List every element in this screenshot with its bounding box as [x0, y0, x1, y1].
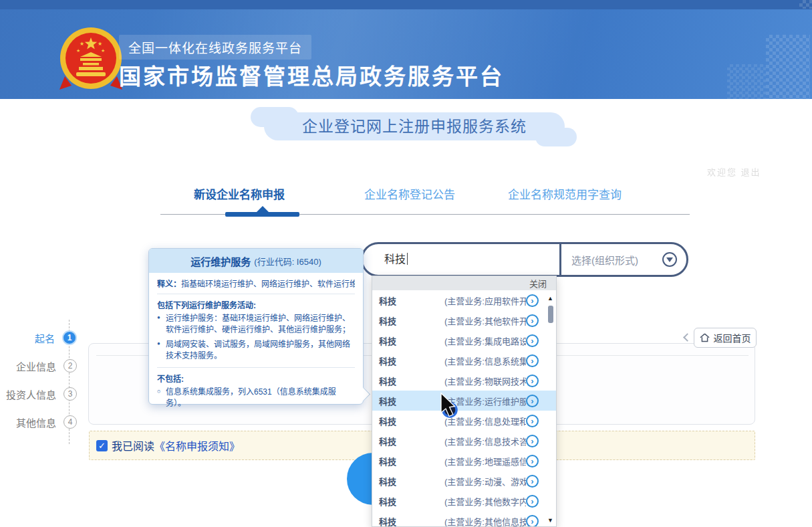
agree-checkbox[interactable]: ✓ — [96, 440, 108, 451]
site-header: ★ ★ ★ ★ 全国一体化在线政务服务平台 国家市场监督管理总局政务服务平台 — [0, 0, 812, 99]
arrow-right-circle-icon[interactable]: › — [526, 495, 539, 508]
tooltip-include-item: 运行维护服务：基础环境运行维护、网络运行维护、软件运行维护、硬件运行维护、其他运… — [157, 313, 355, 336]
suggestion-name: 科技 — [379, 375, 444, 387]
suggestion-item[interactable]: 科技 (主营业务:地理遥感信... › — [372, 451, 556, 471]
step-label: 起名 — [35, 331, 55, 345]
tooltip-excludes-heading: 不包括: — [157, 373, 355, 384]
suggestion-item[interactable]: 科技 (主营业务:应用软件开... › — [372, 290, 556, 310]
suggestion-business-desc: (主营业务:信息系统集... — [444, 354, 526, 367]
site-title: 国家市场监督管理总局政务服务平台 — [119, 59, 504, 91]
arrow-right-circle-icon[interactable]: › — [526, 415, 539, 427]
suggestion-name: 科技 — [379, 435, 444, 447]
step-item[interactable]: 投资人信息 3 — [0, 380, 77, 408]
suggestion-business-desc: (主营业务:其他信息技... — [444, 515, 526, 527]
suggestion-name: 科技 — [379, 354, 444, 367]
arrow-right-circle-icon[interactable]: › — [526, 314, 539, 327]
step-number-badge: 3 — [63, 387, 77, 401]
org-form-select[interactable]: 选择(组织形式) — [563, 244, 686, 275]
arrow-right-circle-icon[interactable]: › — [526, 435, 539, 447]
tooltip-title: 运行维护服务 — [190, 254, 251, 268]
app-window: ★ ★ ★ ★ 全国一体化在线政务服务平台 国家市场监督管理总局政务服务平台 企… — [0, 0, 812, 527]
suggestion-name: 科技 — [379, 455, 444, 467]
svg-text:★: ★ — [76, 48, 80, 53]
back-home-button[interactable]: 返回首页 — [694, 328, 757, 348]
arrow-right-circle-icon[interactable]: › — [526, 375, 539, 387]
step-number-badge: 1 — [62, 330, 77, 345]
platform-tag: 全国一体化在线政务服务平台 — [119, 35, 311, 60]
name-declare-notice-link[interactable]: 《名称申报须知》 — [154, 437, 240, 453]
field-separator — [559, 244, 561, 275]
tab-name-standard-char-query[interactable]: 企业名称规范用字查询 — [508, 185, 622, 202]
suggestion-item[interactable]: 科技 (主营业务:信息技术咨... › — [372, 431, 556, 451]
step-label: 企业信息 — [16, 359, 56, 373]
suggestion-item[interactable]: 科技 (主营业务:动漫、游戏... › — [372, 471, 556, 491]
org-form-placeholder: 选择(组织形式) — [571, 253, 638, 267]
tooltip-include-item: 局域网安装、调试服务，局域网维护服务，其他网络技术支持服务。 — [157, 339, 355, 362]
tooltip-excludes-list: 信息系统集成服务，列入6531（信息系统集成服务）。 — [157, 387, 355, 410]
tab-new-enterprise-name-declare[interactable]: 新设企业名称申报 — [194, 185, 285, 202]
suggestion-item[interactable]: 科技 (主营业务:其他软件开... › — [372, 310, 556, 330]
suggestion-name: 科技 — [379, 294, 444, 307]
back-home-label: 返回首页 — [714, 331, 751, 344]
agree-label: 我已阅读 — [112, 437, 154, 453]
suggestion-item[interactable]: 科技 (主营业务:信息处理和... › — [372, 411, 556, 431]
arrow-right-circle-icon[interactable]: › — [526, 455, 539, 467]
step-item[interactable]: 起名 1 — [0, 324, 77, 352]
dropdown-close-button[interactable]: 关闭 — [529, 277, 547, 290]
step-item[interactable]: 其他信息 4 — [0, 408, 77, 436]
suggestion-business-desc: (主营业务:集成电路设... — [444, 334, 526, 347]
suggestion-business-desc: (主营业务:其他数字内... — [444, 495, 526, 508]
tooltip-industry-code: (行业代码: I6540) — [254, 255, 321, 268]
text-caret — [407, 253, 408, 265]
active-tab-arrow — [257, 206, 269, 212]
suggestion-item[interactable]: 科技 (主营业务:运行维护服... › — [372, 391, 556, 411]
industry-suggestion-dropdown: 关闭 科技 (主营业务:应用软件开... › 科技 (主营业务:其他软件开...… — [372, 276, 557, 527]
dropdown-header: 关闭 — [372, 276, 556, 290]
tooltip-includes-heading: 包括下列运行维护服务活动: — [157, 299, 355, 310]
pixel-pattern-decoration — [799, 0, 812, 9]
svg-text:★: ★ — [101, 48, 105, 53]
arrow-right-circle-icon[interactable]: › — [526, 334, 539, 347]
steps-nav: 起名 1 企业信息 2 投资人信息 3 其他信息 4 — [0, 324, 77, 436]
tooltip-definition: 释义：指基础环境运行维护、网络运行维护、软件运行维... — [157, 278, 355, 289]
tooltip-header: 运行维护服务 (行业代码: I6540) — [149, 249, 363, 273]
suggestion-business-desc: (主营业务:物联网技术... — [444, 375, 526, 387]
scroll-up-icon[interactable]: ▲ — [547, 295, 553, 302]
suggestion-item[interactable]: 科技 (主营业务:物联网技术... › — [372, 371, 556, 391]
suggestion-business-desc: (主营业务:信息技术咨... — [444, 435, 526, 447]
scroll-down-icon[interactable]: ▼ — [547, 517, 553, 524]
tab-name-registration-notice[interactable]: 企业名称登记公告 — [364, 185, 455, 202]
tooltip-includes-list: 运行维护服务：基础环境运行维护、网络运行维护、软件运行维护、硬件运行维护、其他运… — [157, 313, 355, 362]
suggestion-name: 科技 — [379, 515, 444, 527]
suggestion-business-desc: (主营业务:地理遥感信... — [444, 455, 526, 467]
industry-tooltip: 运行维护服务 (行业代码: I6540) 释义：指基础环境运行维护、网络运行维护… — [148, 248, 364, 405]
suggestion-business-desc: (主营业务:动漫、游戏... — [444, 475, 526, 488]
suggestion-item[interactable]: 科技 (主营业务:信息系统集... › — [372, 350, 556, 371]
arrow-right-circle-icon[interactable]: › — [526, 475, 539, 488]
arrow-right-circle-icon[interactable]: › — [526, 294, 539, 307]
suggestion-item[interactable]: 科技 (主营业务:集成电路设... › — [372, 330, 556, 350]
faint-user-session-text[interactable]: 欢迎您 退出 — [707, 165, 761, 178]
tooltip-divider — [157, 367, 355, 368]
industry-term-input[interactable]: 科技 — [376, 248, 558, 271]
suggestion-item[interactable]: 科技 (主营业务:其他数字内... › — [372, 491, 556, 511]
chevron-left-icon — [683, 333, 692, 342]
chevron-down-circle-icon[interactable] — [662, 252, 677, 267]
step-item[interactable]: 企业信息 2 — [0, 352, 77, 380]
enterprise-name-form: 科技 选择(组织形式) — [361, 242, 688, 277]
suggestion-name: 科技 — [379, 415, 444, 427]
header-top-band — [0, 0, 812, 9]
pixel-pattern-decoration — [766, 35, 810, 99]
home-icon — [700, 333, 710, 342]
step-label: 投资人信息 — [6, 387, 56, 401]
suggestion-business-desc: (主营业务:应用软件开... — [444, 294, 526, 307]
suggestion-name: 科技 — [379, 334, 444, 347]
arrow-right-circle-icon[interactable]: › — [526, 354, 539, 367]
tooltip-exclude-item: 信息系统集成服务，列入6531（信息系统集成服务）。 — [157, 387, 355, 410]
suggestion-item[interactable]: 科技 (主营业务:其他信息技... › — [372, 511, 556, 527]
arrow-right-circle-icon[interactable]: › — [526, 515, 539, 527]
svg-text:★: ★ — [80, 41, 84, 47]
scrollbar-thumb[interactable] — [548, 306, 553, 323]
arrow-right-circle-icon[interactable]: › — [526, 395, 539, 407]
step-number-badge: 2 — [63, 359, 77, 373]
